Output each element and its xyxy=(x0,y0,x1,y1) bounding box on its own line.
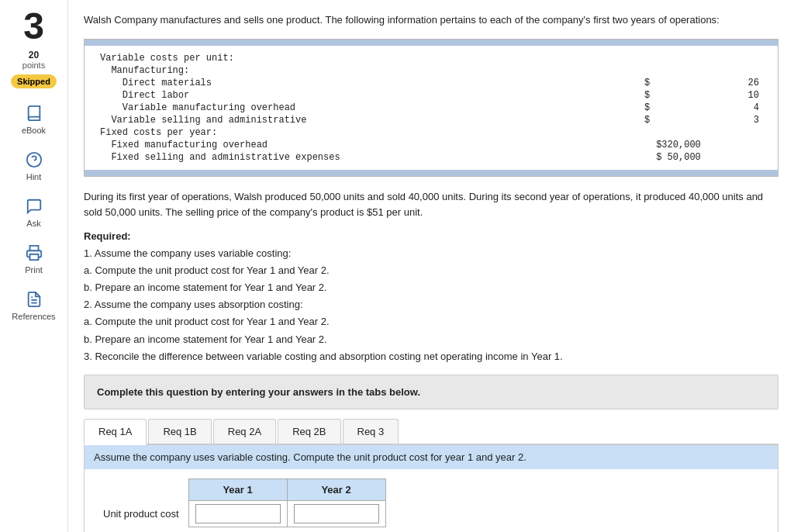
print-button[interactable]: Print xyxy=(0,236,67,282)
row-label: Variable costs per unit: xyxy=(97,52,640,64)
list-item: b. Prepare an income statement for Year … xyxy=(84,279,778,296)
tab-req2a[interactable]: Req 2A xyxy=(213,419,276,444)
year1-header: Year 1 xyxy=(188,478,287,500)
hint-button[interactable]: Hint xyxy=(0,143,67,189)
unit-product-cost-label: Unit product cost xyxy=(97,500,188,527)
year-table: Year 1 Year 2 Unit product cost xyxy=(97,478,386,527)
cost-table-header-bar xyxy=(85,40,778,46)
svg-rect-2 xyxy=(29,254,38,260)
row-label: Direct labor xyxy=(97,89,640,102)
ebook-button[interactable]: eBook xyxy=(0,96,67,143)
question-number: 3 xyxy=(23,8,44,45)
tab-content: Assume the company uses variable costing… xyxy=(84,445,778,532)
tabs-row: Req 1A Req 1B Req 2A Req 2B Req 3 xyxy=(84,419,778,445)
main-content: Walsh Company manufactures and sells one… xyxy=(68,0,794,532)
table-row: Variable costs per unit: xyxy=(97,52,765,64)
list-item: 3. Reconcile the difference between vari… xyxy=(84,348,778,365)
cost-table-footer-bar xyxy=(85,170,778,176)
tab-req2b[interactable]: Req 2B xyxy=(278,419,340,444)
table-row: Variable manufacturing overhead $ 4 xyxy=(97,102,765,114)
tab-req1a[interactable]: Req 1A xyxy=(84,419,147,445)
required-label: Required: xyxy=(84,230,778,242)
year2-header: Year 2 xyxy=(287,478,385,500)
description-text: During its first year of operations, Wal… xyxy=(84,189,778,222)
doc-icon xyxy=(25,290,43,309)
list-item: a. Compute the unit product cost for Yea… xyxy=(84,262,778,279)
list-item: 1. Assume the company uses variable cost… xyxy=(84,245,778,262)
ask-button[interactable]: Ask xyxy=(0,189,67,236)
year1-input-cell[interactable] xyxy=(188,500,287,527)
list-item: a. Compute the unit product cost for Yea… xyxy=(84,313,778,330)
table-row: Fixed costs per year: xyxy=(97,126,765,139)
table-row: Direct materials $ 26 xyxy=(97,77,765,89)
table-row: Manufacturing: xyxy=(97,64,765,77)
row-label: Fixed costs per year: xyxy=(97,126,640,139)
question-text: Walsh Company manufactures and sells one… xyxy=(84,12,778,28)
required-list: 1. Assume the company uses variable cost… xyxy=(84,245,778,365)
table-row: Direct labor $ 10 xyxy=(97,89,765,102)
table-row: Fixed selling and administrative expense… xyxy=(97,151,765,164)
ebook-label: eBook xyxy=(22,126,46,135)
print-icon xyxy=(25,244,43,262)
list-item: 2. Assume the company uses absorption co… xyxy=(84,296,778,313)
print-label: Print xyxy=(25,265,43,275)
book-icon xyxy=(25,104,43,123)
tab-req3[interactable]: Req 3 xyxy=(343,419,399,444)
row-label: Variable selling and administrative xyxy=(97,114,640,126)
hint-label: Hint xyxy=(26,172,42,181)
references-button[interactable]: References xyxy=(0,282,67,329)
required-section: Required: 1. Assume the company uses var… xyxy=(84,230,778,365)
row-label: Variable manufacturing overhead xyxy=(97,102,640,114)
ask-label: Ask xyxy=(26,219,40,228)
row-label: Fixed manufacturing overhead xyxy=(97,139,640,151)
table-row: Variable selling and administrative $ 3 xyxy=(97,114,765,126)
cost-table-inner: Variable costs per unit: Manufacturing: … xyxy=(85,46,778,170)
skipped-badge: Skipped xyxy=(11,74,57,88)
row-label: Direct materials xyxy=(97,77,640,89)
sidebar: 3 20 points Skipped eBook Hint Ask xyxy=(0,0,68,532)
row-label: Manufacturing: xyxy=(97,64,640,77)
references-label: References xyxy=(12,312,55,321)
points-sub: points xyxy=(22,60,45,70)
row-label: Fixed selling and administrative expense… xyxy=(97,151,640,164)
year2-input-cell[interactable] xyxy=(287,500,385,527)
year1-input[interactable] xyxy=(195,504,281,523)
year2-input[interactable] xyxy=(294,504,379,523)
cost-table: Variable costs per unit: Manufacturing: … xyxy=(84,39,778,177)
year-table-wrapper: Year 1 Year 2 Unit product cost xyxy=(85,469,778,532)
hint-icon xyxy=(25,150,43,169)
tab-instruction: Assume the company uses variable costing… xyxy=(85,445,778,469)
tab-req1b[interactable]: Req 1B xyxy=(148,419,211,444)
complete-box: Complete this question by entering your … xyxy=(84,375,778,409)
table-row: Unit product cost xyxy=(97,500,385,527)
points-label: 20 xyxy=(29,50,39,60)
chat-icon xyxy=(25,197,43,216)
list-item: b. Prepare an income statement for Year … xyxy=(84,331,778,348)
table-row: Fixed manufacturing overhead $320,000 xyxy=(97,139,765,151)
